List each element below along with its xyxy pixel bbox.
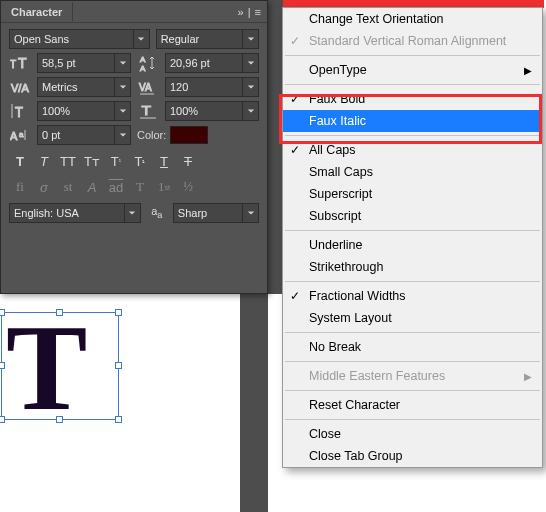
faux-bold-button[interactable]: T — [9, 151, 31, 171]
small-caps-button[interactable]: Tᴛ — [81, 151, 103, 171]
resize-handle[interactable] — [115, 309, 122, 316]
chevron-down-icon — [114, 78, 130, 96]
font-style-value: Regular — [161, 33, 200, 45]
antialias-value: Sharp — [178, 207, 207, 219]
ordinals-button[interactable]: 1st — [153, 177, 175, 197]
chevron-down-icon — [242, 30, 258, 48]
collapse-icon[interactable]: » — [238, 6, 244, 18]
font-size-field[interactable]: 58,5 pt — [37, 53, 131, 73]
tracking-field[interactable]: 120 — [165, 77, 259, 97]
menu-underline[interactable]: Underline — [283, 234, 542, 256]
vertical-scale-icon: T — [9, 101, 33, 121]
checkmark-icon: ✓ — [290, 143, 300, 157]
menu-close[interactable]: Close — [283, 423, 542, 445]
stylistic-alt-button[interactable]: ad — [105, 177, 127, 197]
vertical-scale-field[interactable]: 100% — [37, 101, 131, 121]
antialias-select[interactable]: Sharp — [173, 203, 259, 223]
menu-all-caps[interactable]: ✓All Caps — [283, 139, 542, 161]
baseline-shift-icon: Aa — [9, 125, 33, 145]
chevron-down-icon — [114, 126, 130, 144]
faux-italic-button[interactable]: T — [33, 151, 55, 171]
panel-title[interactable]: Character — [1, 2, 73, 21]
document-pasteboard — [240, 294, 268, 512]
chevron-down-icon — [124, 204, 140, 222]
superscript-button[interactable]: T¹ — [105, 151, 127, 171]
menu-superscript[interactable]: Superscript — [283, 183, 542, 205]
menu-separator — [285, 84, 540, 85]
chevron-down-icon — [242, 78, 258, 96]
menu-reset-character[interactable]: Reset Character — [283, 394, 542, 416]
all-caps-button[interactable]: TT — [57, 151, 79, 171]
ligature-button[interactable]: fi — [9, 177, 31, 197]
underline-button[interactable]: T — [153, 151, 175, 171]
resize-handle[interactable] — [0, 362, 5, 369]
horizontal-scale-icon: T — [137, 101, 161, 121]
kerning-icon: V/A — [9, 77, 33, 97]
text-glyph: T — [6, 319, 81, 417]
menu-fractional-widths[interactable]: ✓Fractional Widths — [283, 285, 542, 307]
menu-system-layout[interactable]: System Layout — [283, 307, 542, 329]
svg-text:A: A — [140, 55, 146, 64]
svg-text:a: a — [19, 130, 24, 139]
chevron-down-icon — [114, 102, 130, 120]
menu-separator — [285, 135, 540, 136]
menu-small-caps[interactable]: Small Caps — [283, 161, 542, 183]
menu-no-break[interactable]: No Break — [283, 336, 542, 358]
menu-middle-eastern: Middle Eastern Features▶ — [283, 365, 542, 387]
opentype-row: fi σ st A ad T 1st ½ — [9, 177, 259, 197]
kerning-field[interactable]: Metrics — [37, 77, 131, 97]
baseline-shift-field[interactable]: 0 pt — [37, 125, 131, 145]
submenu-arrow-icon: ▶ — [524, 371, 532, 382]
subscript-button[interactable]: T₁ — [129, 151, 151, 171]
menu-separator — [285, 332, 540, 333]
resize-handle[interactable] — [56, 416, 63, 423]
svg-text:T: T — [142, 103, 152, 117]
font-family-select[interactable]: Open Sans — [9, 29, 150, 49]
checkmark-icon: ✓ — [290, 34, 300, 48]
contextual-alt-button[interactable]: σ — [33, 177, 55, 197]
swash-button[interactable]: A — [81, 177, 103, 197]
resize-handle[interactable] — [115, 416, 122, 423]
menu-separator — [285, 230, 540, 231]
resize-handle[interactable] — [115, 362, 122, 369]
resize-handle[interactable] — [56, 309, 63, 316]
svg-text:A: A — [140, 64, 146, 72]
menu-separator — [285, 361, 540, 362]
tracking-icon: VA — [137, 77, 161, 97]
horizontal-scale-field[interactable]: 100% — [165, 101, 259, 121]
menu-separator — [285, 55, 540, 56]
chevron-down-icon — [242, 204, 258, 222]
language-select[interactable]: English: USA — [9, 203, 141, 223]
fractions-button[interactable]: ½ — [177, 177, 199, 197]
leading-icon: AA — [137, 53, 161, 73]
type-style-row: T T TT Tᴛ T¹ T₁ T T — [9, 151, 259, 171]
panel-header: Character » | ≡ — [1, 1, 267, 23]
menu-separator — [285, 281, 540, 282]
resize-handle[interactable] — [0, 309, 5, 316]
titling-alt-button[interactable]: T — [129, 177, 151, 197]
menu-change-orientation[interactable]: Change Text Orientation — [283, 8, 542, 30]
menu-separator — [285, 390, 540, 391]
chevron-down-icon — [242, 54, 258, 72]
chevron-down-icon — [133, 30, 149, 48]
menu-opentype[interactable]: OpenType▶ — [283, 59, 542, 81]
checkmark-icon: ✓ — [290, 92, 300, 106]
leading-field[interactable]: 20,96 pt — [165, 53, 259, 73]
menu-faux-italic[interactable]: Faux Italic — [283, 110, 542, 132]
text-selection-box[interactable]: T — [1, 312, 119, 420]
strikethrough-button[interactable]: T — [177, 151, 199, 171]
character-panel: Character » | ≡ Open Sans Regular TT — [0, 0, 268, 294]
menu-close-tab-group[interactable]: Close Tab Group — [283, 445, 542, 467]
panel-menu-icon[interactable]: ≡ — [255, 6, 261, 18]
menu-std-vertical-roman: ✓Standard Vertical Roman Alignment — [283, 30, 542, 52]
menu-faux-bold[interactable]: ✓Faux Bold — [283, 88, 542, 110]
antialias-icon: aa — [147, 205, 167, 220]
discretionary-lig-button[interactable]: st — [57, 177, 79, 197]
text-color-swatch[interactable] — [170, 126, 208, 144]
font-style-select[interactable]: Regular — [156, 29, 259, 49]
menu-strikethrough[interactable]: Strikethrough — [283, 256, 542, 278]
svg-text:VA: VA — [139, 82, 152, 93]
menu-subscript[interactable]: Subscript — [283, 205, 542, 227]
resize-handle[interactable] — [0, 416, 5, 423]
svg-text:A: A — [10, 130, 18, 142]
